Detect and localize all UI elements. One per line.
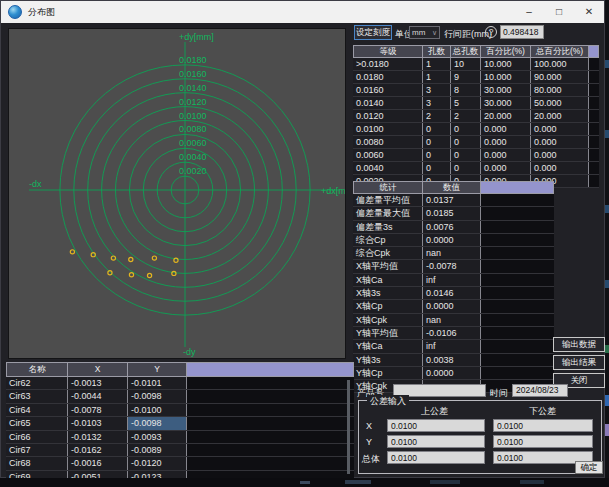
- set-scale-button[interactable]: 设定刻度: [354, 25, 392, 40]
- cell[interactable]: 0.0040: [353, 162, 423, 174]
- cell[interactable]: 3: [423, 84, 451, 96]
- table-row[interactable]: >0.018011010.000100.000: [353, 58, 599, 71]
- table-row[interactable]: X轴Cp0.0000: [353, 300, 554, 313]
- points-table-scrollbar[interactable]: [347, 380, 350, 474]
- cell[interactable]: 0: [451, 149, 481, 161]
- table-row[interactable]: X轴3s0.0146: [353, 287, 554, 300]
- cell[interactable]: 0.0060: [353, 149, 423, 161]
- table-row[interactable]: X轴Cpknan: [353, 314, 554, 327]
- table-row[interactable]: 偏差量平均值0.0137: [353, 194, 554, 207]
- table-row[interactable]: 0.0060000.0000.000: [353, 149, 599, 162]
- cell[interactable]: 0.000: [531, 149, 589, 161]
- cell[interactable]: Cir69: [6, 471, 68, 478]
- cell[interactable]: 2: [451, 110, 481, 122]
- cell[interactable]: 0.000: [481, 136, 531, 148]
- cell[interactable]: 0.0000: [423, 367, 481, 379]
- cell[interactable]: Cir64: [6, 404, 68, 416]
- cell[interactable]: Cir63: [6, 390, 68, 402]
- table-row[interactable]: Cir66-0.0132-0.0093: [6, 431, 354, 444]
- cell[interactable]: -0.0089: [128, 444, 187, 456]
- cell[interactable]: 9: [451, 71, 481, 83]
- cell[interactable]: 8: [451, 84, 481, 96]
- cell[interactable]: 0.0140: [353, 97, 423, 109]
- cell[interactable]: 0.000: [481, 149, 531, 161]
- cell[interactable]: X轴Cpk: [353, 314, 423, 326]
- table-row[interactable]: Cir69-0.0051-0.0123: [6, 471, 354, 478]
- export-data-button[interactable]: 输出数据: [553, 337, 605, 352]
- table-row[interactable]: Cir65-0.0103-0.0098: [6, 417, 354, 430]
- table-row[interactable]: Cir67-0.0162-0.0089: [6, 444, 354, 457]
- cell[interactable]: 0.000: [481, 162, 531, 174]
- table-row[interactable]: 综合Cp0.0000: [353, 234, 554, 247]
- cell[interactable]: Y轴3s: [353, 354, 423, 366]
- tolerance-x-lower-input[interactable]: [493, 419, 593, 432]
- cell[interactable]: 0.0137: [423, 194, 481, 206]
- cell[interactable]: 2: [423, 110, 451, 122]
- tolerance-y-lower-input[interactable]: [493, 435, 593, 448]
- table-row[interactable]: X轴Cainf: [353, 274, 554, 287]
- table-row[interactable]: 偏差量3s0.0076: [353, 221, 554, 234]
- cell[interactable]: 0.0120: [353, 110, 423, 122]
- cell[interactable]: 90.000: [531, 71, 589, 83]
- cell[interactable]: 0: [423, 136, 451, 148]
- table-row[interactable]: X轴平均值-0.0078: [353, 260, 554, 273]
- cell[interactable]: 0: [451, 136, 481, 148]
- table-row[interactable]: 综合Cpknan: [353, 247, 554, 260]
- cell[interactable]: -0.0016: [68, 457, 128, 469]
- cell[interactable]: 0.0160: [353, 84, 423, 96]
- cell[interactable]: -0.0098: [128, 417, 187, 429]
- cell[interactable]: 偏差量平均值: [353, 194, 423, 206]
- table-row[interactable]: Y轴Cainf: [353, 340, 554, 353]
- cell[interactable]: 综合Cpk: [353, 247, 423, 259]
- table-row[interactable]: 0.0040000.0000.000: [353, 162, 599, 175]
- row-spacing-value[interactable]: 0.498418: [500, 25, 544, 39]
- tolerance-y-upper-input[interactable]: [387, 435, 485, 448]
- cell[interactable]: -0.0051: [68, 471, 128, 478]
- cell[interactable]: Cir65: [6, 417, 68, 429]
- cell[interactable]: 50.000: [531, 97, 589, 109]
- cell[interactable]: inf: [423, 340, 481, 352]
- cell[interactable]: 3: [423, 97, 451, 109]
- cell[interactable]: 0: [451, 123, 481, 135]
- cell[interactable]: -0.0120: [128, 457, 187, 469]
- cell[interactable]: nan: [423, 247, 481, 259]
- table-row[interactable]: 0.0080000.0000.000: [353, 136, 599, 149]
- cell[interactable]: -0.0078: [423, 260, 481, 272]
- cell[interactable]: -0.0123: [128, 471, 187, 478]
- table-row[interactable]: Cir68-0.0016-0.0120: [6, 457, 354, 470]
- cell[interactable]: 0.000: [531, 162, 589, 174]
- cell[interactable]: -0.0044: [68, 390, 128, 402]
- cell[interactable]: 10.000: [481, 71, 531, 83]
- cell[interactable]: 30.000: [481, 84, 531, 96]
- cell[interactable]: -0.0078: [68, 404, 128, 416]
- cell[interactable]: Y轴平均值: [353, 327, 423, 339]
- cell[interactable]: 0.0000: [423, 300, 481, 312]
- cell[interactable]: -0.0162: [68, 444, 128, 456]
- cell[interactable]: -0.0106: [423, 327, 481, 339]
- minimize-button[interactable]: –: [514, 1, 544, 23]
- cell[interactable]: 0.000: [481, 123, 531, 135]
- cell[interactable]: 20.000: [531, 110, 589, 122]
- confirm-button[interactable]: 确定: [575, 461, 603, 474]
- cell[interactable]: -0.0098: [128, 390, 187, 402]
- cell[interactable]: 综合Cp: [353, 234, 423, 246]
- maximize-button[interactable]: □: [544, 1, 574, 23]
- export-result-button[interactable]: 输出结果: [553, 355, 605, 370]
- table-row[interactable]: 0.01403530.00050.000: [353, 97, 599, 110]
- cell[interactable]: 100.000: [531, 58, 589, 70]
- unit-select[interactable]: mm ∨: [409, 26, 440, 39]
- help-icon[interactable]: ?: [485, 26, 497, 38]
- cell[interactable]: 10: [451, 58, 481, 70]
- cell[interactable]: 20.000: [481, 110, 531, 122]
- cell[interactable]: 1: [423, 71, 451, 83]
- cell[interactable]: 0: [423, 123, 451, 135]
- close-button[interactable]: ✕: [574, 1, 604, 23]
- cell[interactable]: 0.0080: [353, 136, 423, 148]
- table-row[interactable]: 偏差量最大值0.0185: [353, 207, 554, 220]
- cell[interactable]: 0.000: [531, 123, 589, 135]
- cell[interactable]: inf: [423, 274, 481, 286]
- table-row[interactable]: Cir62-0.0013-0.0101: [6, 377, 354, 390]
- tolerance-total-upper-input[interactable]: [387, 451, 485, 464]
- cell[interactable]: 0.0185: [423, 207, 481, 219]
- cell[interactable]: 偏差量3s: [353, 221, 423, 233]
